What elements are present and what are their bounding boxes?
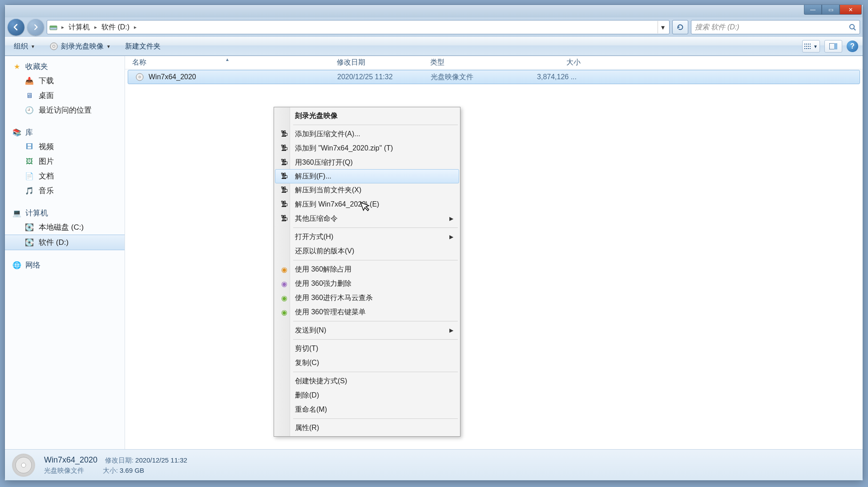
file-date: 2020/12/25 11:32 [330,73,424,81]
address-bar[interactable]: ▸ 计算机 ▸ 软件 (D:) ▸ ▾ [47,20,670,34]
column-header-name[interactable]: ▲名称 [125,58,330,67]
ctx-360-scan[interactable]: ◉使用 360进行木马云查杀 [275,291,459,305]
svg-point-5 [52,45,55,48]
document-icon: 📄 [24,171,34,181]
ctx-delete[interactable]: 删除(D) [275,388,459,402]
chevron-down-icon: ▼ [31,44,35,49]
preview-pane-button[interactable] [824,40,842,53]
recent-icon: 🕘 [24,106,34,115]
file-list: ▲名称 修改日期 类型 大小 Win7x64_2020 2020/12/25 1… [125,56,863,449]
archive-icon: 🗜 [279,129,290,139]
column-header-type[interactable]: 类型 [423,58,517,67]
breadcrumb-current[interactable]: 软件 (D:) [101,23,130,32]
ctx-extract-here[interactable]: 🗜解压到当前文件夹(X) [275,183,459,197]
360-icon: ◉ [279,307,290,317]
burn-image-button[interactable]: 刻录光盘映像▼ [45,40,115,53]
ctx-shortcut[interactable]: 创建快捷方式(S) [275,374,459,388]
ctx-restore-previous[interactable]: 还原以前的版本(V) [275,244,459,258]
ctx-cut[interactable]: 剪切(T) [275,341,459,356]
nav-forward-button[interactable] [27,19,44,36]
download-icon: 📥 [24,76,34,86]
360-icon: ◉ [279,278,290,289]
ctx-open-360zip[interactable]: 🗜用360压缩打开(Q) [275,155,459,170]
sidebar-item-drive-c[interactable]: 💽本地磁盘 (C:) [5,220,125,235]
organize-button[interactable]: 组织▼ [9,40,40,53]
search-input[interactable]: 搜索 软件 (D:) [691,20,860,34]
sidebar-item-recent[interactable]: 🕘最近访问的位置 [5,103,125,118]
ctx-add-zip[interactable]: 🗜添加到 "Win7x64_2020.zip" (T) [275,141,459,155]
context-menu: 刻录光盘映像 🗜添加到压缩文件(A)... 🗜添加到 "Win7x64_2020… [274,107,460,437]
sidebar-group-network[interactable]: 🌐 网络 [5,258,125,272]
iso-file-icon [135,73,144,81]
refresh-button[interactable] [672,20,688,34]
sidebar-group-favorites[interactable]: ★ 收藏夹 [5,60,125,73]
navbar: ▸ 计算机 ▸ 软件 (D:) ▸ ▾ 搜索 软件 (D:) [5,17,863,37]
star-icon: ★ [12,62,22,72]
svg-point-12 [139,76,141,78]
view-options-button[interactable]: ▼ [802,40,820,53]
drive-icon: 💽 [24,223,34,232]
ctx-other-zip[interactable]: 🗜其他压缩命令▶ [275,211,459,226]
sort-asc-icon: ▲ [225,57,230,62]
ctx-360-delete[interactable]: ◉使用 360强力删除 [275,276,459,291]
ctx-extract-to[interactable]: 🗜解压到(F)... [275,169,459,183]
details-date-value: 2020/12/25 11:32 [135,456,187,464]
sidebar-item-downloads[interactable]: 📥下载 [5,73,125,88]
network-icon: 🌐 [12,260,22,270]
picture-icon: 🖼 [24,157,34,166]
ctx-360-unlock[interactable]: ◉使用 360解除占用 [275,262,459,276]
sidebar-item-music[interactable]: 🎵音乐 [5,183,125,198]
chevron-down-icon: ▼ [106,44,111,49]
help-button[interactable]: ? [847,41,858,52]
ctx-properties[interactable]: 属性(R) [275,421,459,435]
details-pane: Win7x64_2020 修改日期: 2020/12/25 11:32 光盘映像… [5,449,863,480]
close-button[interactable]: ✕ [840,5,862,15]
submenu-arrow-icon: ▶ [449,215,453,222]
archive-icon: 🗜 [279,143,290,154]
ctx-rename[interactable]: 重命名(M) [275,402,459,417]
search-icon [849,24,856,31]
ctx-send-to[interactable]: 发送到(N)▶ [275,323,459,337]
minimize-button[interactable]: — [804,5,822,15]
computer-icon: 💻 [12,208,22,218]
sidebar-item-drive-d[interactable]: 💽软件 (D:) [5,235,125,250]
column-header-date[interactable]: 修改日期 [330,58,423,67]
ctx-open-with[interactable]: 打开方式(H)▶ [275,230,459,244]
new-folder-button[interactable]: 新建文件夹 [121,40,165,53]
ctx-burn-image[interactable]: 刻录光盘映像 [275,109,459,123]
file-thumbnail [12,454,35,477]
breadcrumb-separator-icon: ▸ [61,24,64,30]
archive-icon: 🗜 [279,157,290,168]
details-size-label: 大小: [103,467,118,474]
search-placeholder-text: 搜索 软件 (D:) [695,23,739,32]
svg-point-2 [850,24,854,29]
ctx-add-archive[interactable]: 🗜添加到压缩文件(A)... [275,127,459,141]
sidebar-item-videos[interactable]: 🎞视频 [5,139,125,154]
sidebar-group-computer[interactable]: 💻 计算机 [5,206,125,220]
360-icon: ◉ [279,292,290,303]
toolbar: 组织▼ 刻录光盘映像▼ 新建文件夹 ▼ ? [5,37,863,56]
sidebar-group-libraries[interactable]: 📚 库 [5,126,125,139]
ctx-360-menu[interactable]: ◉使用 360管理右键菜单 [275,305,459,319]
maximize-button[interactable]: ▭ [822,5,840,15]
sidebar-item-pictures[interactable]: 🖼图片 [5,154,125,169]
drive-icon: 💽 [24,238,34,248]
ctx-extract-named[interactable]: 🗜解压到 Win7x64_2020\ (E) [275,197,459,211]
360-icon: ◉ [279,264,290,275]
drive-icon [49,23,58,32]
details-date-label: 修改日期: [105,456,133,464]
file-row[interactable]: Win7x64_2020 2020/12/25 11:32 光盘映像文件 3,8… [128,70,860,84]
sidebar: ★ 收藏夹 📥下载 🖥桌面 🕘最近访问的位置 📚 库 🎞视频 🖼图片 📄文档 🎵… [5,56,125,449]
nav-back-button[interactable] [8,19,24,36]
archive-icon: 🗜 [279,171,290,182]
sidebar-item-desktop[interactable]: 🖥桌面 [5,88,125,103]
svg-rect-10 [834,43,837,49]
column-header-size[interactable]: 大小 [517,58,588,67]
ctx-copy[interactable]: 复制(C) [275,356,459,370]
submenu-arrow-icon: ▶ [449,327,453,333]
titlebar: — ▭ ✕ [5,5,863,17]
address-dropdown-button[interactable]: ▾ [658,21,667,33]
breadcrumb-computer[interactable]: 计算机 [68,23,91,32]
sidebar-item-documents[interactable]: 📄文档 [5,169,125,183]
details-filetype: 光盘映像文件 [44,467,84,474]
